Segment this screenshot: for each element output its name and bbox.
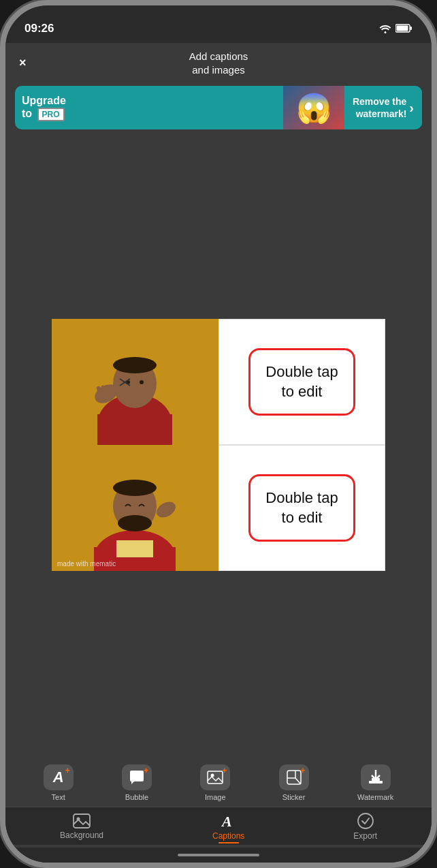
svg-rect-20 xyxy=(116,540,153,557)
wifi-icon xyxy=(379,24,391,33)
svg-rect-27 xyxy=(208,771,223,784)
drake-approve-svg: made with mematic xyxy=(52,445,218,571)
phone-frame: 09:26 × Add captions xyxy=(0,0,437,868)
double-tap-text-top: Double tapto edit xyxy=(265,362,338,401)
ad-banner[interactable]: Upgrade to PRO 😱 Remove thewatermark! › xyxy=(15,86,422,129)
toolbar-sticker-icon-wrap[interactable]: + xyxy=(279,764,309,790)
toolbar-image-icon-wrap[interactable]: + xyxy=(200,764,230,790)
header: × Add captions and images xyxy=(5,43,432,82)
home-indicator xyxy=(5,848,432,863)
battery-icon xyxy=(395,24,412,33)
close-button[interactable]: × xyxy=(19,56,27,70)
home-indicator-bar xyxy=(178,854,259,856)
toolbar-item-bubble[interactable]: + Bubble xyxy=(122,764,152,801)
toolbar-image-label: Image xyxy=(205,793,226,801)
toolbar-bubble-icon-wrap[interactable]: + xyxy=(122,764,152,790)
meme-bottom-right-text[interactable]: Double tapto edit xyxy=(218,445,385,571)
nav-item-captions[interactable]: A Captions xyxy=(212,813,244,841)
export-nav-icon xyxy=(357,813,374,829)
svg-rect-5 xyxy=(97,414,172,445)
meme-area: Double tapto edit xyxy=(5,134,432,756)
image-icon xyxy=(207,771,223,784)
nav-item-export[interactable]: Export xyxy=(353,813,377,841)
notch xyxy=(164,5,273,25)
toolbar-bubble-plus: + xyxy=(144,766,148,775)
ad-right-section: Remove thewatermark! › xyxy=(344,90,422,125)
double-tap-text-bottom: Double tapto edit xyxy=(265,489,338,527)
toolbar-text-plus: + xyxy=(65,766,70,775)
background-nav-label: Background xyxy=(60,831,103,840)
svg-rect-1 xyxy=(410,27,412,30)
svg-point-37 xyxy=(358,813,373,828)
app-content: × Add captions and images Upgrade to PRO… xyxy=(5,43,432,863)
svg-rect-32 xyxy=(369,781,383,784)
svg-rect-34 xyxy=(74,814,90,828)
toolbar-item-image[interactable]: + Image xyxy=(200,764,230,801)
meme-top-left-image xyxy=(52,319,218,445)
watermark-icon xyxy=(368,770,384,785)
toolbar-text-label: Text xyxy=(52,793,65,801)
ad-remove-text: Remove thewatermark! xyxy=(353,95,406,120)
meme-bottom-left-image: made with mematic xyxy=(52,445,218,571)
ad-upgrade-text: Upgrade to PRO xyxy=(22,94,276,122)
svg-rect-2 xyxy=(397,26,408,31)
toolbar-bubble-label: Bubble xyxy=(125,793,148,801)
pro-badge: PRO xyxy=(37,108,65,121)
svg-point-7 xyxy=(113,357,157,373)
toolbar-sticker-plus: + xyxy=(301,766,306,775)
toolbar-text-icon-wrap[interactable]: A + xyxy=(44,764,74,790)
meme-top-right-text[interactable]: Double tapto edit xyxy=(218,319,385,445)
ad-arrow-icon: › xyxy=(409,100,414,116)
toolbar-item-text[interactable]: A + Text xyxy=(44,764,74,801)
bubble-icon xyxy=(129,771,145,784)
sticker-icon xyxy=(287,770,302,785)
status-icons xyxy=(379,24,412,33)
toolbar-section: A + Text + Bubble xyxy=(5,756,432,848)
toolbar-top: A + Text + Bubble xyxy=(5,762,432,807)
ad-image: 😱 xyxy=(283,86,344,129)
captions-nav-label: Captions xyxy=(212,831,244,841)
ad-person-emoji: 😱 xyxy=(296,91,331,125)
drake-refuse-svg xyxy=(52,319,218,445)
meme-container: Double tapto edit xyxy=(52,319,385,571)
export-nav-label: Export xyxy=(353,831,377,841)
header-title: Add captions and images xyxy=(189,50,248,76)
ad-text-section: Upgrade to PRO xyxy=(15,89,283,127)
toolbar-item-sticker[interactable]: + Sticker xyxy=(279,764,309,801)
toolbar-watermark-label: Watermark xyxy=(357,793,393,801)
double-tap-box-bottom[interactable]: Double tapto edit xyxy=(248,474,355,542)
toolbar-item-watermark[interactable]: Watermark xyxy=(357,764,393,801)
background-nav-icon xyxy=(73,813,91,828)
toolbar-image-plus: + xyxy=(222,766,227,775)
svg-point-22 xyxy=(113,480,157,496)
svg-point-9 xyxy=(140,380,144,384)
captions-nav-icon: A xyxy=(221,813,237,829)
bottom-nav: Background A Captions xyxy=(5,807,432,845)
svg-text:A: A xyxy=(221,813,232,829)
svg-point-23 xyxy=(118,515,152,531)
nav-item-background[interactable]: Background xyxy=(60,813,103,840)
double-tap-box-top[interactable]: Double tapto edit xyxy=(248,348,355,416)
phone-inner: 09:26 × Add captions xyxy=(5,5,432,863)
status-time: 09:26 xyxy=(25,22,54,35)
svg-text:made with mematic: made with mematic xyxy=(57,560,116,568)
toolbar-watermark-icon-wrap[interactable] xyxy=(361,764,391,790)
toolbar-sticker-label: Sticker xyxy=(282,793,306,801)
toolbar-text-icon: A xyxy=(53,769,64,786)
